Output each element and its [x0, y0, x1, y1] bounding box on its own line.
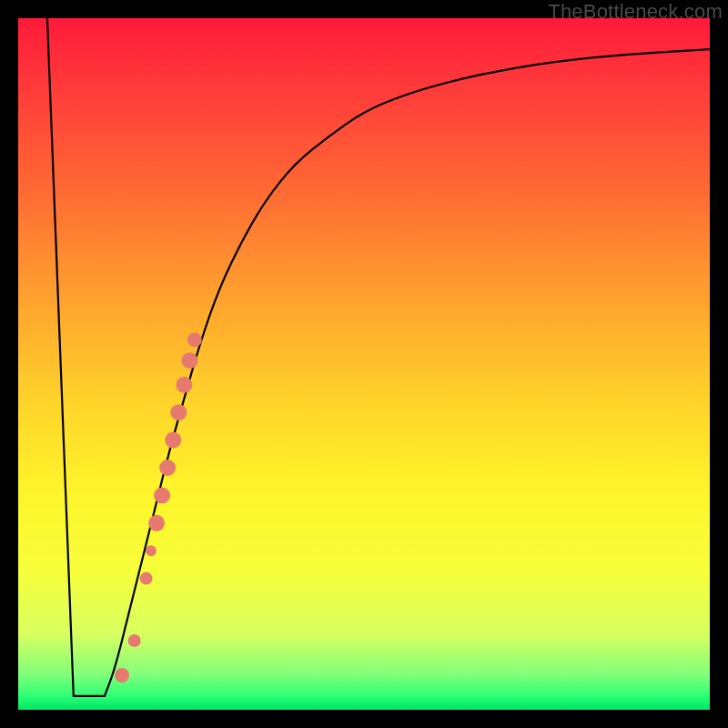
- data-marker: [146, 545, 157, 556]
- data-marker: [187, 332, 202, 347]
- curve-layer: [18, 18, 710, 710]
- data-marker: [140, 572, 153, 585]
- data-marker: [176, 377, 192, 393]
- data-marker: [154, 487, 170, 503]
- data-marker: [128, 634, 141, 647]
- marker-group: [115, 332, 202, 682]
- plot-area: [18, 18, 710, 710]
- data-marker: [148, 515, 165, 531]
- data-marker: [115, 668, 129, 682]
- data-marker: [159, 460, 176, 476]
- data-marker: [170, 404, 187, 420]
- data-marker: [165, 432, 181, 449]
- chart-frame: TheBottleneck.com: [0, 0, 728, 728]
- bottleneck-curve: [47, 18, 710, 696]
- data-marker: [181, 352, 197, 369]
